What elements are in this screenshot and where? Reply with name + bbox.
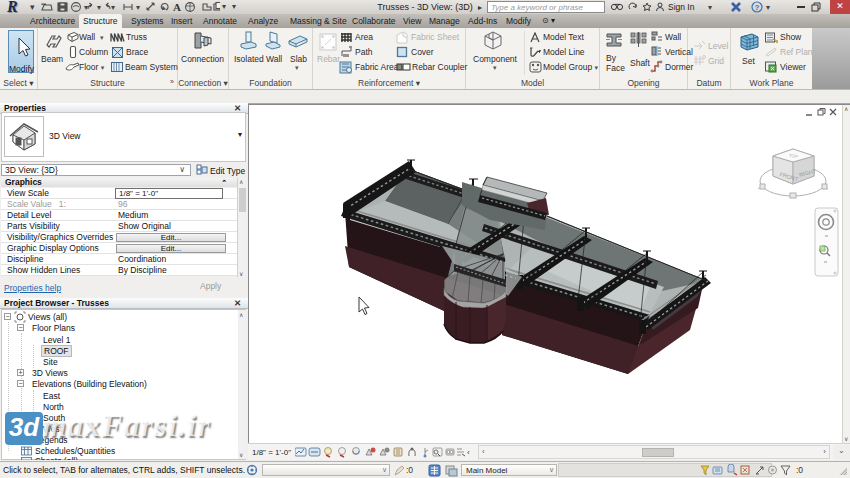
svg-text:▾: ▾: [136, 3, 140, 12]
svg-text:Sign In: Sign In: [668, 2, 695, 12]
svg-text:A: A: [173, 1, 181, 13]
svg-text:▾: ▾: [708, 3, 712, 12]
svg-text:▾: ▾: [84, 3, 88, 12]
svg-text:?: ?: [755, 3, 760, 12]
svg-text:▾: ▾: [766, 3, 770, 12]
svg-text:▾: ▾: [97, 3, 101, 12]
svg-text:▾: ▾: [111, 3, 115, 12]
